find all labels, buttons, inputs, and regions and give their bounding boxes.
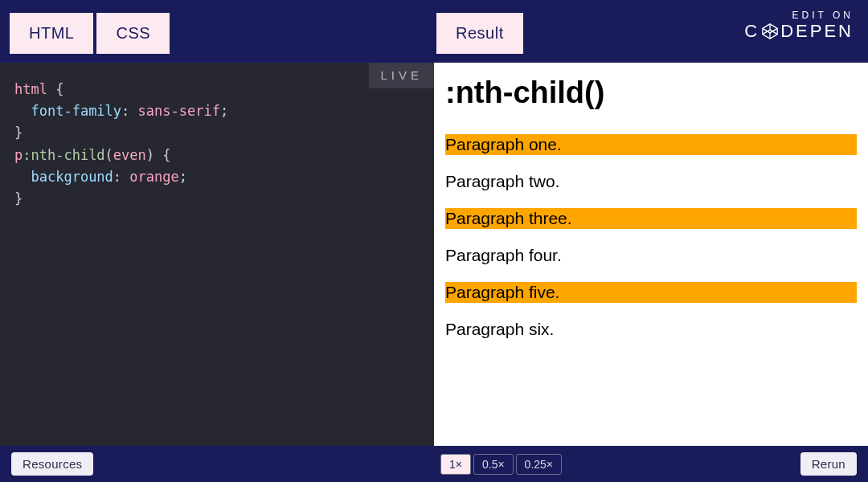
result-paragraph: Paragraph two. [445,171,857,192]
code-line: } [14,122,420,144]
result-pane: :nth-child() Paragraph one. Paragraph tw… [434,63,868,446]
codepen-logo[interactable]: EDIT ON C DEPEN [744,10,854,42]
result-paragraph: Paragraph one. [445,134,857,155]
tab-html[interactable]: HTML [10,13,93,54]
code-line: font-family: sans-serif; [14,100,420,122]
result-tabs: Result [436,13,523,54]
editor-tabs: HTML CSS [10,13,170,54]
result-paragraph: Paragraph three. [445,208,857,229]
tab-result[interactable]: Result [436,13,523,54]
live-badge: LIVE [369,63,434,88]
zoom-controls: 1× 0.5× 0.25× [440,454,564,475]
result-paragraph: Paragraph four. [445,245,857,266]
zoom-1x-button[interactable]: 1× [440,454,471,475]
codepen-icon [761,22,779,40]
codepen-brand: C DEPEN [744,21,854,42]
resources-button[interactable]: Resources [11,452,93,476]
result-paragraph: Paragraph five. [445,282,857,303]
result-paragraph: Paragraph six. [445,319,857,340]
edit-on-label: EDIT ON [744,10,854,21]
rerun-button[interactable]: Rerun [800,452,857,476]
zoom-0.5x-button[interactable]: 0.5× [473,454,514,475]
top-bar: HTML CSS Result EDIT ON C DEPEN [0,0,868,63]
code-line: background: orange; [14,166,420,188]
code-editor[interactable]: LIVE html { font-family: sans-serif; } p… [0,63,434,446]
code-line: } [14,188,420,210]
result-heading: :nth-child() [445,76,857,110]
app-container: HTML CSS Result EDIT ON C DEPEN LIVE [0,0,868,482]
tab-css[interactable]: CSS [96,13,170,54]
code-line: html { [14,79,420,100]
content-area: LIVE html { font-family: sans-serif; } p… [0,63,868,446]
zoom-0.25x-button[interactable]: 0.25× [516,454,562,475]
bottom-bar: Resources 1× 0.5× 0.25× Rerun [0,446,868,482]
code-line: p:nth-child(even) { [14,145,420,166]
